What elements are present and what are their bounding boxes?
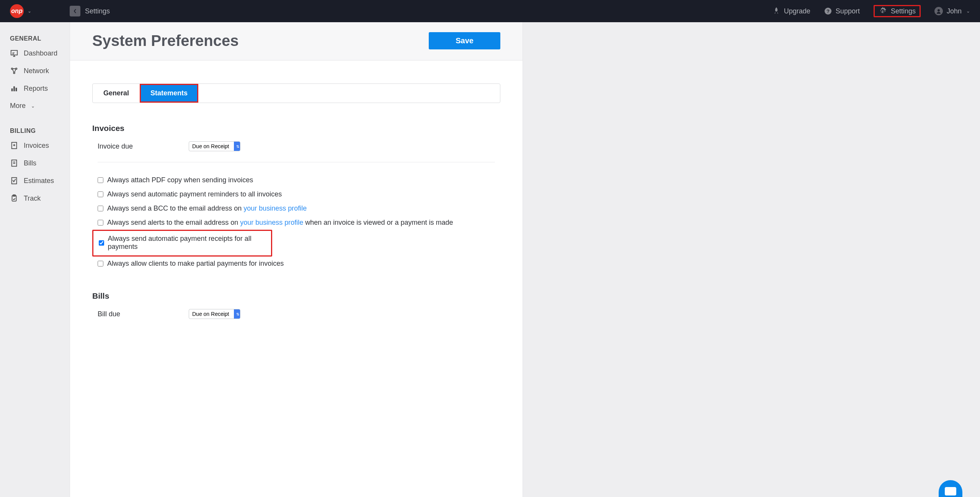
option-bcc[interactable]: Always send a BCC to the email address o… bbox=[92, 201, 500, 216]
back-button[interactable] bbox=[70, 6, 80, 16]
chevron-down-icon: ⌄ bbox=[31, 103, 35, 109]
option-label: Always attach PDF copy when sending invo… bbox=[107, 176, 253, 184]
bill-due-select[interactable]: Due on Receipt bbox=[189, 309, 240, 319]
sidebar-item-label: Reports bbox=[24, 85, 48, 93]
sidebar-item-label: Track bbox=[24, 195, 41, 203]
chat-icon bbox=[945, 487, 956, 495]
chevron-left-icon bbox=[73, 8, 77, 14]
sidebar-item-label: Network bbox=[24, 67, 49, 75]
sidebar-item-more[interactable]: More ⌄ bbox=[10, 102, 63, 110]
sidebar-item-network[interactable]: Network bbox=[10, 67, 63, 75]
sidebar-item-dashboard[interactable]: Dashboard bbox=[10, 49, 63, 57]
option-reminders[interactable]: Always send automatic payment reminders … bbox=[92, 187, 500, 201]
help-icon: ? bbox=[824, 7, 832, 15]
tab-general[interactable]: General bbox=[93, 84, 140, 103]
settings-link[interactable]: Settings bbox=[874, 5, 921, 17]
logo-text: onp bbox=[11, 8, 22, 15]
svg-rect-7 bbox=[11, 88, 13, 91]
network-icon bbox=[10, 67, 18, 75]
sidebar-item-reports[interactable]: Reports bbox=[10, 84, 63, 93]
sidebar-item-label: Dashboard bbox=[24, 49, 57, 57]
dashboard-icon bbox=[10, 49, 18, 57]
section-heading-invoices: Invoices bbox=[92, 124, 500, 133]
svg-point-2 bbox=[938, 9, 940, 11]
checkbox-reminders[interactable] bbox=[98, 191, 103, 197]
support-label: Support bbox=[836, 7, 860, 15]
sidebar-item-label: Estimates bbox=[24, 177, 54, 185]
option-label: Always send alerts to the email address … bbox=[107, 219, 453, 227]
invoice-due-label: Invoice due bbox=[98, 142, 140, 150]
sidebar-section-general: GENERAL bbox=[10, 35, 63, 42]
svg-text:?: ? bbox=[826, 8, 830, 14]
sidebar: GENERAL Dashboard Network Reports More ⌄… bbox=[0, 22, 70, 497]
invoices-icon bbox=[10, 141, 18, 150]
divider bbox=[98, 162, 495, 162]
topbar: onp ⌄ Settings Upgrade ? Support Setting… bbox=[0, 0, 980, 22]
bill-due-label: Bill due bbox=[98, 310, 140, 318]
sidebar-section-billing: BILLING bbox=[10, 128, 63, 134]
main-content: System Preferences Save General Statemen… bbox=[70, 22, 523, 497]
invoice-due-row: Invoice due Due on Receipt bbox=[92, 141, 500, 151]
sidebar-item-track[interactable]: Track bbox=[10, 194, 63, 203]
sidebar-item-estimates[interactable]: Estimates bbox=[10, 177, 63, 185]
rocket-icon bbox=[773, 7, 780, 15]
upgrade-label: Upgrade bbox=[784, 7, 810, 15]
checkbox-bcc[interactable] bbox=[98, 206, 103, 211]
sidebar-item-label: Invoices bbox=[24, 142, 49, 150]
tab-statements[interactable]: Statements bbox=[140, 84, 198, 103]
option-label: Always send automatic payment receipts f… bbox=[108, 235, 266, 251]
sidebar-item-label: Bills bbox=[24, 159, 36, 167]
save-button[interactable]: Save bbox=[429, 32, 500, 49]
bill-due-row: Bill due Due on Receipt bbox=[92, 309, 500, 319]
sidebar-item-label: More bbox=[10, 102, 26, 110]
app-logo[interactable]: onp bbox=[10, 4, 24, 18]
support-link[interactable]: ? Support bbox=[824, 7, 860, 15]
option-label: Always send a BCC to the email address o… bbox=[107, 204, 307, 213]
page-header: System Preferences Save bbox=[70, 22, 523, 60]
page-title: System Preferences bbox=[92, 32, 238, 49]
option-label: Always send automatic payment reminders … bbox=[107, 190, 282, 198]
svg-rect-9 bbox=[16, 88, 17, 91]
breadcrumb: Settings bbox=[85, 7, 110, 15]
checkbox-partial[interactable] bbox=[98, 261, 103, 266]
invoice-due-select[interactable]: Due on Receipt bbox=[189, 141, 240, 151]
section-heading-bills: Bills bbox=[92, 291, 500, 301]
user-name: John bbox=[947, 7, 962, 15]
sidebar-item-invoices[interactable]: Invoices bbox=[10, 141, 63, 150]
svg-point-6 bbox=[13, 72, 15, 74]
logo-chevron-icon[interactable]: ⌄ bbox=[28, 8, 31, 14]
chevron-down-icon: ⌄ bbox=[966, 8, 970, 14]
checkbox-alerts[interactable] bbox=[98, 220, 103, 226]
checkbox-receipts[interactable] bbox=[99, 240, 104, 246]
bills-icon bbox=[10, 159, 18, 167]
option-label: Always allow clients to make partial pay… bbox=[107, 260, 284, 268]
track-icon bbox=[10, 194, 18, 203]
settings-label: Settings bbox=[891, 7, 916, 15]
user-menu[interactable]: John ⌄ bbox=[934, 7, 970, 15]
option-alerts[interactable]: Always send alerts to the email address … bbox=[92, 216, 500, 230]
estimates-icon bbox=[10, 177, 18, 185]
business-profile-link[interactable]: your business profile bbox=[243, 204, 307, 212]
sidebar-item-bills[interactable]: Bills bbox=[10, 159, 63, 167]
option-partial[interactable]: Always allow clients to make partial pay… bbox=[92, 257, 500, 271]
upgrade-link[interactable]: Upgrade bbox=[773, 7, 810, 15]
business-profile-link[interactable]: your business profile bbox=[240, 219, 303, 226]
option-attach-pdf[interactable]: Always attach PDF copy when sending invo… bbox=[92, 173, 500, 187]
tabs: General Statements bbox=[92, 83, 500, 103]
avatar-icon bbox=[934, 7, 943, 15]
svg-rect-8 bbox=[13, 87, 15, 92]
reports-icon bbox=[10, 84, 18, 93]
gear-icon bbox=[879, 7, 887, 15]
option-receipts[interactable]: Always send automatic payment receipts f… bbox=[92, 230, 272, 257]
checkbox-attach-pdf[interactable] bbox=[98, 177, 103, 183]
